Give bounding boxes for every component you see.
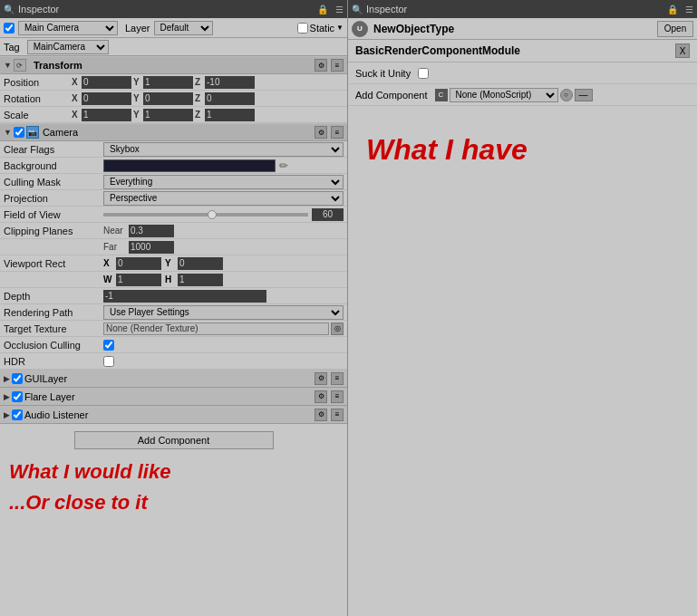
rotation-z-input[interactable] xyxy=(205,92,255,105)
scale-z-field: Z xyxy=(195,109,255,121)
far-input[interactable] xyxy=(129,241,174,254)
what-i-have-text: What I have xyxy=(366,133,528,166)
object-enabled-checkbox-label[interactable] xyxy=(4,23,15,34)
guilayer-checkbox[interactable] xyxy=(12,373,23,384)
position-z-input[interactable] xyxy=(205,76,255,89)
eyedropper-icon[interactable]: ✏ xyxy=(279,159,288,172)
far-clip-row: Far xyxy=(0,239,347,255)
position-y-input[interactable] xyxy=(143,76,193,89)
camera-section-header[interactable]: ▼ 📷 Camera ⚙ ≡ xyxy=(0,123,347,141)
occlusion-culling-row: Occlusion Culling xyxy=(0,337,347,353)
rotation-y-input[interactable] xyxy=(143,92,193,105)
object-name-dropdown[interactable]: Main Camera xyxy=(18,21,118,35)
transform-settings-icon[interactable]: ⚙ xyxy=(315,59,327,72)
flarelayer-menu-icon[interactable]: ≡ xyxy=(331,390,344,403)
rotation-label: Rotation xyxy=(4,93,72,104)
position-x-input[interactable] xyxy=(82,76,131,89)
background-color-swatch[interactable] xyxy=(103,159,276,172)
rotation-y-field: Y xyxy=(133,92,193,105)
position-z-label: Z xyxy=(195,77,204,87)
guilayer-icons: ⚙ ≡ xyxy=(315,372,344,385)
clipping-planes-label: Clipping Planes xyxy=(4,226,103,236)
scale-y-input[interactable] xyxy=(143,109,193,121)
scale-x-input[interactable] xyxy=(82,109,131,121)
module-header: BasicRenderComponentModule X xyxy=(348,40,697,63)
occlusion-culling-label: Occlusion Culling xyxy=(4,340,103,351)
rendering-path-dropdown[interactable]: Use Player Settings xyxy=(103,305,344,320)
guilayer-settings-icon[interactable]: ⚙ xyxy=(315,372,327,385)
audiolistener-settings-icon[interactable]: ⚙ xyxy=(315,409,327,421)
static-checkbox[interactable] xyxy=(297,23,308,34)
menu-icon-right[interactable]: ☰ xyxy=(685,5,693,14)
target-texture-icon[interactable]: ◎ xyxy=(331,322,344,335)
menu-icon-left[interactable]: ☰ xyxy=(335,5,344,14)
near-input[interactable] xyxy=(129,225,174,237)
bottom-line1: What I would like xyxy=(9,460,338,484)
suck-unity-checkbox[interactable] xyxy=(418,68,429,79)
fov-slider-thumb[interactable] xyxy=(208,210,217,219)
layer-dropdown[interactable]: Default xyxy=(154,21,213,35)
clear-flags-dropdown[interactable]: Skybox xyxy=(103,142,344,157)
camera-settings-icon[interactable]: ⚙ xyxy=(315,126,327,139)
audiolistener-menu-icon[interactable]: ≡ xyxy=(331,409,344,421)
fov-number-input[interactable] xyxy=(312,208,344,221)
hdr-checkbox[interactable] xyxy=(103,356,114,367)
guilayer-menu-icon[interactable]: ≡ xyxy=(331,372,344,385)
transform-menu-icon[interactable]: ≡ xyxy=(331,59,344,72)
vp-y-input[interactable] xyxy=(178,257,223,270)
rotation-y-label: Y xyxy=(133,93,142,103)
background-color-container: ✏ xyxy=(103,159,344,172)
add-component-button[interactable]: Add Component xyxy=(74,431,274,449)
fov-slider-track[interactable] xyxy=(103,213,308,217)
occlusion-culling-checkbox[interactable] xyxy=(103,340,114,351)
audio-listener-header[interactable]: ▶ Audio Listener ⚙ ≡ xyxy=(0,406,347,424)
mono-script-dropdown[interactable]: None (MonoScript) xyxy=(450,88,558,102)
camera-menu-icon[interactable]: ≡ xyxy=(331,126,344,139)
tag-dropdown[interactable]: MainCamera xyxy=(27,40,109,54)
vp-w-input[interactable] xyxy=(116,274,161,286)
rotation-x-label: X xyxy=(72,93,81,103)
audiolistener-checkbox[interactable] xyxy=(12,409,23,420)
depth-row: Depth xyxy=(0,288,347,304)
camera-enabled-checkbox[interactable] xyxy=(14,127,24,138)
static-dropdown-arrow[interactable]: ▼ xyxy=(336,24,344,32)
vp-y-label: Y xyxy=(165,258,176,268)
rendering-path-value: Use Player Settings xyxy=(103,305,344,320)
guilayer-label: GUILayer xyxy=(24,373,67,384)
suck-unity-label: Suck it Unity xyxy=(355,68,411,79)
culling-mask-dropdown[interactable]: Everything xyxy=(103,175,344,189)
hdr-label: HDR xyxy=(4,356,103,367)
bottom-annotation: What I would like ...Or close to it xyxy=(0,453,347,522)
scale-z-input[interactable] xyxy=(205,109,255,121)
object-enabled-checkbox[interactable] xyxy=(4,23,15,34)
projection-dropdown[interactable]: Perspective xyxy=(103,191,344,206)
open-button[interactable]: Open xyxy=(657,21,693,37)
projection-value: Perspective xyxy=(103,191,344,206)
mono-dash-button[interactable]: — xyxy=(575,89,593,101)
depth-input[interactable] xyxy=(103,290,266,303)
lock-icon-right[interactable]: 🔒 xyxy=(667,5,678,14)
mono-script-icon: C xyxy=(435,89,448,101)
close-module-button[interactable]: X xyxy=(675,43,690,58)
new-object-title: NewObjectType xyxy=(373,23,454,35)
clear-flags-value: Skybox xyxy=(103,142,344,157)
vp-h-field: H xyxy=(165,274,223,286)
gui-layer-header[interactable]: ▶ GUILayer ⚙ ≡ xyxy=(0,370,347,388)
flarelayer-checkbox[interactable] xyxy=(12,391,23,402)
viewport-wh-fields: W H xyxy=(103,274,223,286)
flare-layer-header[interactable]: ▶ Flare Layer ⚙ ≡ xyxy=(0,388,347,406)
flarelayer-settings-icon[interactable]: ⚙ xyxy=(315,390,327,403)
rotation-x-input[interactable] xyxy=(82,92,131,105)
audiolistener-icons: ⚙ ≡ xyxy=(315,409,344,421)
depth-label: Depth xyxy=(4,291,103,302)
transform-section-header[interactable]: ▼ ⟳ Transform ⚙ ≡ xyxy=(0,56,347,74)
right-panel-title: Inspector xyxy=(366,4,407,14)
vp-x-input[interactable] xyxy=(116,257,161,270)
flarelayer-icons: ⚙ ≡ xyxy=(315,390,344,403)
mono-circle-button[interactable]: ○ xyxy=(560,89,573,101)
lock-icon-left[interactable]: 🔒 xyxy=(317,5,328,14)
clear-flags-label: Clear Flags xyxy=(4,144,103,155)
target-texture-input[interactable] xyxy=(103,322,329,335)
vp-h-input[interactable] xyxy=(178,274,223,286)
fov-slider-container xyxy=(103,208,344,221)
